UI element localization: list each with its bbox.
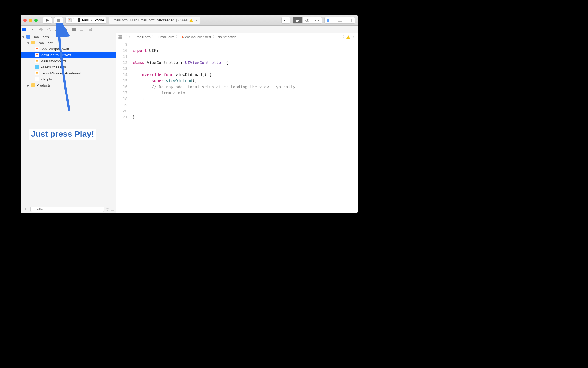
plist-file-icon [35, 77, 39, 81]
svg-marker-28 [64, 28, 67, 30]
go-forward-button[interactable]: 〉 [129, 35, 132, 39]
file-tree: ▼ EmailForm ▼ EmailForm AppDelegate.swif… [21, 33, 116, 205]
target-folder-row[interactable]: ▼ EmailForm [21, 40, 116, 46]
recent-filter-button[interactable] [106, 208, 109, 211]
disclosure-triangle-icon[interactable]: ▶ [27, 84, 30, 87]
status-time: | 2.366s [176, 18, 188, 22]
status-text-prefix: EmailForm | Build EmailForm: [112, 18, 155, 22]
toggle-debug-area-button[interactable] [335, 17, 345, 23]
stop-icon [57, 19, 60, 22]
file-row-viewcontroller[interactable]: ViewController.swift [21, 52, 116, 58]
svg-point-11 [307, 19, 309, 21]
svg-text:!: ! [191, 19, 192, 22]
project-root-row[interactable]: ▼ EmailForm [21, 34, 116, 40]
breadcrumb-project[interactable]: EmailForm [134, 35, 151, 39]
test-navigator-tab[interactable] [63, 27, 68, 32]
svg-rect-7 [296, 19, 299, 19]
file-row-infoplist[interactable]: Info.plist [21, 76, 116, 82]
debug-navigator-tab[interactable] [72, 27, 76, 32]
svg-rect-29 [72, 28, 76, 29]
jump-bar: 〈 〉 EmailForm 〉 EmailForm 〉 ViewControll… [116, 33, 358, 41]
standard-editor-button[interactable] [293, 17, 303, 23]
products-folder-row[interactable]: ▶ Products [21, 82, 116, 88]
svg-rect-4 [78, 18, 80, 22]
zoom-window-button[interactable] [34, 19, 38, 22]
assistant-editor-button[interactable] [303, 17, 312, 23]
breakpoint-navigator-tab[interactable] [80, 27, 84, 32]
app-icon: A [68, 18, 72, 22]
scm-filter-button[interactable] [111, 208, 114, 211]
file-row-appdelegate[interactable]: AppDelegate.swift [21, 46, 116, 52]
code-content[interactable]: import UIKit class ViewController: UIVie… [130, 41, 358, 213]
device-icon [78, 18, 80, 22]
breadcrumb-label: EmailForm [158, 35, 174, 39]
svg-marker-44 [346, 35, 350, 39]
editor-mode-segmented [293, 17, 322, 24]
svg-rect-17 [351, 19, 352, 22]
source-control-icon [31, 28, 34, 31]
svg-rect-30 [72, 29, 76, 30]
annotation-label: Just press Play! [29, 129, 96, 140]
file-row-launchscreen[interactable]: LaunchScreen.storyboard [21, 70, 116, 76]
assets-icon [35, 65, 39, 69]
main-area: ▼ EmailForm ▼ EmailForm AppDelegate.swif… [21, 33, 358, 213]
swift-file-icon [35, 47, 39, 51]
left-panel-icon [327, 19, 332, 22]
folder-icon [31, 41, 35, 45]
chevron-right-icon: 〉 [213, 35, 216, 39]
project-icon [26, 35, 30, 39]
file-label: Assets.xcassets [40, 65, 66, 69]
add-button[interactable]: ＋ [22, 206, 29, 212]
find-navigator-tab[interactable] [47, 27, 51, 32]
stop-button[interactable] [54, 17, 63, 24]
standard-editor-icon [296, 19, 299, 22]
disclosure-triangle-icon[interactable]: ▼ [22, 35, 25, 38]
go-back-button[interactable]: 〈 [124, 35, 127, 39]
next-issue-button[interactable]: 〉 [352, 35, 356, 39]
code-area[interactable]: 9 10 11 12 13 14 15 16 17 18 19 20 21 im… [116, 41, 358, 213]
folder-label: Products [36, 83, 50, 87]
issue-navigator-tab[interactable] [55, 27, 60, 32]
grid-icon [118, 35, 122, 39]
swift-file-icon [181, 35, 181, 39]
project-navigator-tab[interactable] [22, 27, 27, 32]
source-control-navigator-tab[interactable] [30, 27, 35, 32]
breadcrumb-folder[interactable]: EmailForm [157, 35, 174, 39]
warning-count: 12 [194, 18, 197, 22]
code-snippets-button[interactable]: { } [281, 17, 290, 24]
run-button[interactable] [43, 17, 52, 24]
file-label: ViewController.swift [40, 53, 71, 57]
storyboard-file-icon [35, 59, 39, 63]
navigator-selector-bar [21, 26, 358, 33]
svg-rect-31 [72, 30, 76, 31]
file-row-assets[interactable]: Assets.xcassets [21, 64, 116, 70]
svg-rect-22 [39, 30, 40, 31]
symbol-navigator-tab[interactable] [39, 27, 43, 32]
report-icon [89, 28, 92, 31]
warning-icon: ! [189, 19, 193, 22]
scheme-selector[interactable]: A 〉 Paul S...Phone [65, 17, 106, 24]
disclosure-triangle-icon[interactable]: ▼ [27, 41, 30, 44]
swift-file-icon [35, 53, 39, 57]
breakpoint-icon [80, 28, 84, 31]
warning-indicator[interactable]: ! 12 [189, 18, 197, 22]
close-window-button[interactable] [23, 19, 27, 22]
file-label: Main.storyboard [40, 59, 66, 63]
search-icon [47, 28, 51, 31]
status-result: Succeeded [157, 18, 174, 22]
previous-issue-button[interactable]: 〈 [341, 35, 344, 39]
report-navigator-tab[interactable] [88, 27, 92, 32]
toggle-utilities-button[interactable] [345, 17, 355, 23]
toggle-navigator-button[interactable] [325, 17, 335, 23]
activity-view[interactable]: EmailForm | Build EmailForm: Succeeded |… [109, 17, 200, 24]
minimize-window-button[interactable] [29, 19, 32, 22]
related-items-button[interactable] [118, 35, 122, 39]
version-editor-button[interactable] [312, 17, 322, 23]
filter-input[interactable] [30, 207, 104, 212]
file-row-main-storyboard[interactable]: Main.storyboard [21, 58, 116, 64]
breadcrumb-symbol[interactable]: No Selection [218, 35, 236, 39]
file-label: AppDelegate.swift [40, 47, 69, 51]
breadcrumb-file[interactable]: ViewController.swift [181, 35, 211, 39]
svg-marker-32 [80, 28, 84, 31]
svg-marker-0 [46, 19, 49, 22]
